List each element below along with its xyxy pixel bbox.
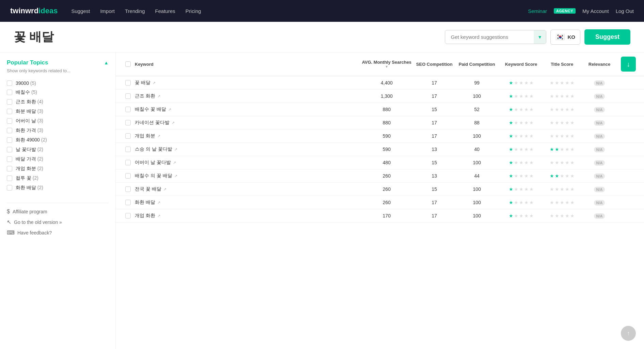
suggest-button[interactable]: Suggest — [584, 29, 630, 45]
suggestion-input-wrap: ▾ — [445, 30, 546, 44]
kscore-cell: ★★★★★ — [499, 93, 543, 99]
external-link[interactable]: ↗ — [157, 134, 160, 138]
topic-checkbox[interactable] — [7, 185, 12, 191]
external-link[interactable]: ↗ — [152, 81, 156, 85]
suggestion-input[interactable] — [445, 31, 534, 43]
row-checkbox[interactable] — [125, 160, 131, 165]
external-link[interactable]: ↗ — [157, 214, 160, 218]
paid-cell: 100 — [455, 93, 499, 99]
row-checkbox[interactable] — [125, 147, 131, 152]
star-empty: ★ — [560, 173, 564, 179]
row-checkbox[interactable] — [125, 93, 131, 99]
star-empty: ★ — [565, 107, 569, 112]
topic-item[interactable]: 화환 배달 (2) — [7, 183, 109, 193]
row-checkbox[interactable] — [125, 107, 131, 112]
topic-item[interactable]: 화환 49000 (2) — [7, 135, 109, 145]
col-keyword-header: Keyword — [135, 62, 359, 67]
external-link[interactable]: ↗ — [173, 161, 176, 165]
seo-cell: 13 — [414, 173, 455, 179]
col-avg-header[interactable]: AVG. Monthly Searches ▼ — [359, 60, 414, 69]
nav-pricing[interactable]: Pricing — [186, 8, 201, 14]
row-checkbox[interactable] — [125, 133, 131, 139]
keyword-cell: 근조 화환 ↗ — [135, 93, 359, 99]
old-version-link[interactable]: ↖ Go to the old version » — [7, 219, 109, 225]
nav-suggest[interactable]: Suggest — [71, 8, 90, 14]
row-checkbox[interactable] — [125, 120, 131, 125]
star-filled: ★ — [509, 173, 513, 179]
topic-item[interactable]: 39000 (5) — [7, 79, 109, 88]
col-seo-header[interactable]: SEO Competition — [414, 62, 455, 67]
nav-seminar[interactable]: Seminar — [528, 8, 547, 14]
topic-item[interactable]: 배달 가격 (2) — [7, 154, 109, 164]
topic-item[interactable]: 화분 배달 (3) — [7, 107, 109, 116]
external-link[interactable]: ↗ — [168, 107, 171, 112]
topic-item[interactable]: 날 꽃다발 (2) — [7, 145, 109, 154]
topic-checkbox[interactable] — [7, 118, 12, 124]
topic-item[interactable]: 컬투 꽃 (2) — [7, 173, 109, 183]
tscore-cell: ★★★★★ — [543, 147, 581, 152]
external-link[interactable]: ↗ — [163, 187, 166, 192]
nav-my-account[interactable]: My Account — [582, 8, 609, 14]
topic-checkbox[interactable] — [7, 137, 12, 143]
topic-checkbox[interactable] — [7, 109, 12, 114]
topic-checkbox[interactable] — [7, 156, 12, 162]
row-checkbox[interactable] — [125, 173, 131, 179]
topic-checkbox[interactable] — [7, 90, 12, 95]
keyword-text: 꽃 배달 — [135, 80, 150, 86]
row-checkbox[interactable] — [125, 80, 131, 86]
tscore-cell: ★★★★★ — [543, 173, 581, 179]
star-empty: ★ — [519, 107, 524, 112]
topic-item[interactable]: 화환 가격 (3) — [7, 126, 109, 135]
row-checkbox[interactable] — [125, 186, 131, 192]
star-empty: ★ — [514, 133, 518, 139]
lang-selector[interactable]: 🇰🇷 KO — [550, 30, 580, 45]
topic-checkbox[interactable] — [7, 166, 12, 171]
star-empty: ★ — [570, 213, 575, 218]
topic-label: 화환 49000 (2) — [16, 137, 47, 143]
external-link[interactable]: ↗ — [172, 121, 175, 125]
topic-item[interactable]: 배칠수 (5) — [7, 88, 109, 97]
star-empty: ★ — [550, 160, 554, 165]
select-all-checkbox[interactable] — [125, 61, 131, 67]
feedback-link[interactable]: ⌨ Have feedback? — [7, 229, 109, 236]
external-link[interactable]: ↗ — [157, 94, 160, 98]
suggestion-dropdown-btn[interactable]: ▾ — [534, 30, 546, 44]
col-paid-header[interactable]: Paid Competition — [455, 62, 499, 67]
topic-checkbox[interactable] — [7, 80, 12, 86]
topic-item[interactable]: 어버이 날 (3) — [7, 116, 109, 126]
table-row: 배칠수 꽃 배달 ↗ 880 15 52 ★★★★★ ★★★★★ N/A — [116, 103, 644, 116]
collapse-topics-icon[interactable]: ▲ — [104, 60, 109, 65]
download-button[interactable]: ↓ — [621, 57, 636, 72]
external-link[interactable]: ↗ — [174, 147, 177, 152]
star-empty: ★ — [560, 186, 564, 192]
relevance-cell: N/A — [581, 133, 618, 139]
scroll-to-top-button[interactable]: ↑ — [621, 326, 636, 341]
row-checkbox[interactable] — [125, 200, 131, 205]
topic-checkbox[interactable] — [7, 99, 12, 105]
topic-checkbox[interactable] — [7, 147, 12, 152]
topic-checkbox[interactable] — [7, 128, 12, 133]
external-link[interactable]: ↗ — [157, 200, 160, 205]
row-checkbox[interactable] — [125, 213, 131, 218]
seo-cell: 15 — [414, 107, 455, 112]
col-tscore-header[interactable]: Title Score — [543, 62, 581, 67]
star-empty: ★ — [565, 147, 569, 152]
keyword-cell: 배칠수 꽃 배달 ↗ — [135, 106, 359, 112]
col-kscore-header[interactable]: Keyword Score — [499, 62, 543, 67]
star-empty: ★ — [514, 200, 518, 205]
table-row: 화환 배달 ↗ 260 17 100 ★★★★★ ★★★★★ N/A — [116, 196, 644, 209]
arrow-icon: ↖ — [7, 219, 11, 225]
star-filled: ★ — [509, 107, 513, 112]
popular-topics-sub: Show only keywords related to... — [7, 68, 109, 73]
nav-features[interactable]: Features — [155, 8, 175, 14]
topic-checkbox[interactable] — [7, 176, 12, 181]
keyword-text: 화환 배달 — [135, 199, 155, 206]
affiliate-link[interactable]: $ Affiliate program — [7, 209, 109, 215]
external-link[interactable]: ↗ — [174, 174, 177, 178]
nav-logout[interactable]: Log Out — [616, 8, 634, 14]
topic-item[interactable]: 근조 화환 (4) — [7, 97, 109, 107]
topic-item[interactable]: 개업 화분 (2) — [7, 164, 109, 173]
nav-trending[interactable]: Trending — [125, 8, 145, 14]
col-relevance-header[interactable]: Relevance — [581, 62, 618, 67]
nav-import[interactable]: Import — [100, 8, 115, 14]
